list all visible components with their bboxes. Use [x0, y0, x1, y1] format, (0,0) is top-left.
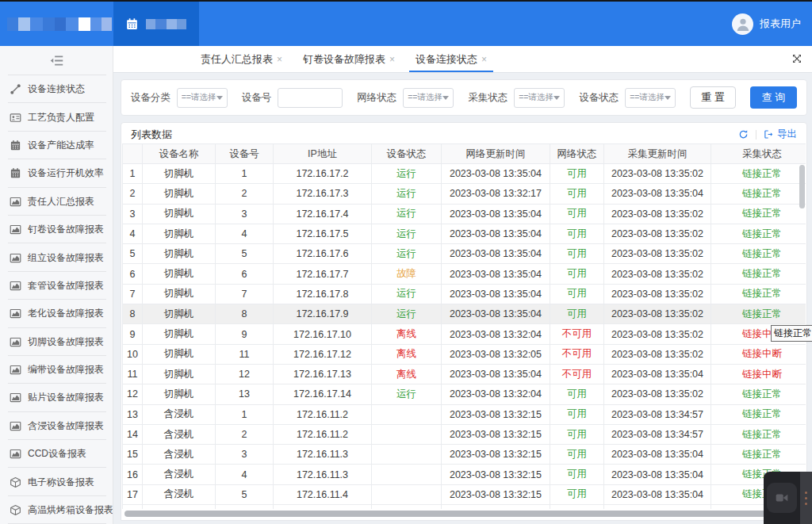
cell: 可用 [550, 284, 604, 304]
table-row[interactable]: 15含浸机3172.16.11.32023-03-08 13:32:15可用20… [123, 445, 806, 465]
cell: 可用 [550, 204, 604, 224]
vertical-scrollbar[interactable] [799, 165, 805, 208]
table-row[interactable]: 3切脚机3172.16.17.4运行2023-03-08 13:35:04可用2… [123, 204, 806, 224]
sidebar-item[interactable]: 高温烘烤箱设备报表 [0, 496, 113, 524]
filter-field: 采集状态==请选择= [468, 88, 565, 108]
cell: 2023-03-08 13:35:02 [604, 164, 711, 184]
column-header: 采集状态 [711, 144, 806, 164]
tab-close-icon[interactable]: × [481, 55, 487, 64]
cell: 运行 [372, 224, 442, 243]
table-row[interactable]: 5切脚机5172.16.17.6运行2023-03-08 13:35:04可用2… [123, 244, 806, 264]
logo-block [43, 17, 55, 31]
chart-icon [10, 224, 21, 235]
cell: 2023-03-08 13:32:05 [442, 344, 550, 364]
cell: 15 [123, 445, 143, 465]
tab[interactable]: 设备连接状态× [408, 46, 495, 72]
table-row[interactable]: 6切脚机6172.16.17.7故障2023-03-08 13:35:04可用2… [123, 264, 806, 284]
cell: 离线 [372, 364, 442, 384]
column-header: 网络更新时间 [442, 144, 550, 164]
table-row[interactable]: 14含浸机2172.16.11.22023-03-08 13:32:15可用20… [123, 424, 806, 444]
select-value: ==请选择= [630, 92, 665, 103]
sidebar-item[interactable]: 设备产能达成率 [0, 132, 113, 159]
panel-title: 列表数据 [131, 128, 172, 142]
avatar[interactable] [732, 13, 753, 35]
label-block [167, 19, 177, 29]
tab[interactable]: 责任人汇总报表× [193, 46, 290, 72]
table-row[interactable]: 2切脚机2172.16.17.3运行2023-03-08 13:32:17可用2… [123, 184, 806, 204]
filter-select[interactable]: ==请选择= [625, 88, 676, 108]
user-name[interactable]: 报表用户 [760, 17, 801, 31]
filter-select[interactable]: ==请选择= [177, 88, 228, 108]
filter-label: 设备分类 [131, 91, 170, 105]
table-row[interactable]: 8切脚机8172.16.17.9运行2023-03-08 13:35:04可用2… [123, 304, 806, 324]
horizontal-scrollbar-thumb[interactable] [124, 511, 799, 517]
sidebar-item[interactable]: 编带设备故障报表 [0, 356, 113, 384]
fullscreen-icon[interactable] [791, 53, 802, 64]
pip-widget[interactable] [764, 472, 812, 524]
cell: 12 [216, 364, 274, 384]
cell: 含浸机 [143, 404, 216, 424]
device-number-input[interactable] [278, 88, 343, 108]
table-row[interactable]: 12切脚机13172.16.17.14运行2023-03-08 13:32:04… [123, 384, 806, 404]
sidebar-item[interactable]: 电子称设备报表 [0, 468, 113, 495]
sidebar-item[interactable]: 责任人汇总报表 [0, 188, 113, 216]
table-row[interactable]: 17含浸机5172.16.11.42023-03-08 13:32:15可用20… [123, 484, 806, 504]
filter-select[interactable]: ==请选择= [403, 88, 454, 108]
cell: 运行 [372, 244, 442, 264]
calendar-icon [10, 167, 21, 179]
cell: 2023-03-08 13:35:04 [442, 224, 550, 243]
sidebar-item[interactable]: 钉卷设备故障报表 [0, 216, 113, 243]
chevron-down-icon [442, 96, 449, 100]
table-row[interactable]: 4切脚机4172.16.17.5运行2023-03-08 13:35:04可用2… [123, 224, 806, 243]
refresh-icon[interactable] [738, 129, 749, 140]
topnav-item-active[interactable] [113, 2, 199, 46]
sidebar-item[interactable]: CCD设备报表 [0, 440, 113, 468]
sidebar-item[interactable]: 工艺负责人配置 [0, 103, 113, 131]
table-row[interactable]: 11切脚机12172.16.17.13离线2023-03-08 13:35:04… [123, 364, 806, 384]
cell: 运行 [372, 164, 442, 184]
pip-body[interactable] [764, 472, 800, 524]
horizontal-scrollbar[interactable] [123, 510, 805, 518]
sidebar-item[interactable]: 组立设备故障报表 [0, 243, 113, 271]
tab[interactable]: 钉卷设备故障报表× [295, 46, 403, 72]
cell: 2023-03-08 13:35:04 [442, 264, 550, 284]
cell: 可用 [550, 505, 604, 509]
sidebar-item[interactable]: 老化设备故障报表 [0, 300, 113, 327]
table-row[interactable]: 1切脚机1172.16.17.2运行2023-03-08 13:35:04可用2… [123, 164, 806, 184]
cube-icon [10, 476, 21, 488]
cell: 4 [216, 465, 274, 484]
table-row[interactable]: 10切脚机11172.16.17.12离线2023-03-08 13:32:05… [123, 344, 806, 364]
query-button[interactable]: 查 询 [750, 86, 798, 109]
filter-select[interactable]: ==请选择= [514, 88, 565, 108]
cell: 链接正常 [711, 164, 806, 184]
tab-close-icon[interactable]: × [389, 55, 395, 64]
column-header: 设备名称 [143, 144, 216, 164]
cell: 切脚机 [143, 284, 216, 304]
label-block [177, 19, 186, 29]
sidebar-collapse-button[interactable] [0, 46, 113, 75]
pip-menu[interactable] [800, 472, 812, 524]
cell: 4 [216, 224, 274, 243]
table-row[interactable]: 16含浸机4172.16.11.32023-03-08 13:32:15可用20… [123, 465, 806, 484]
table-row[interactable]: 13含浸机1172.16.11.22023-03-08 13:32:15可用20… [123, 404, 806, 424]
reset-button[interactable]: 重 置 [690, 86, 736, 109]
cell: 运行 [372, 384, 442, 404]
table-row[interactable]: 18含浸机可用链接正常 [123, 505, 806, 509]
cell: 2023-03-08 13:35:02 [604, 264, 711, 284]
sidebar-item[interactable]: 贴片设备故障报表 [0, 384, 113, 411]
sidebar-item[interactable]: 含浸设备故障报表 [0, 412, 113, 440]
sidebar-item[interactable]: 设备连接状态 [0, 75, 113, 103]
label-block [146, 19, 155, 29]
tab-close-icon[interactable]: × [277, 55, 282, 64]
logo-block [7, 17, 18, 31]
export-button[interactable]: 导出 [764, 128, 797, 141]
table-row[interactable]: 7切脚机7172.16.17.8运行2023-03-08 13:35:04可用2… [123, 284, 806, 304]
cell: 链接正常 [711, 224, 806, 243]
tab-label: 责任人汇总报表 [201, 52, 273, 67]
sidebar-item[interactable]: 切脚设备故障报表 [0, 328, 113, 356]
cell [372, 445, 442, 465]
sidebar-item[interactable]: 设备运行开机效率 [0, 159, 113, 187]
cell [372, 505, 442, 509]
sidebar-item[interactable]: 套管设备故障报表 [0, 272, 113, 300]
table-row[interactable]: 9切脚机9172.16.17.10离线2023-03-08 13:32:04不可… [123, 324, 806, 344]
